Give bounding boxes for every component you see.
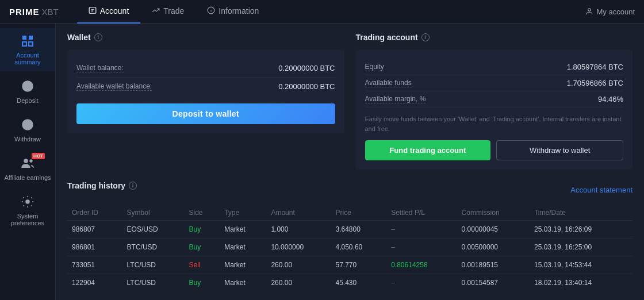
tab-information-label: Information: [218, 6, 259, 16]
tab-trade[interactable]: Trade: [140, 0, 195, 24]
tab-account-label: Account: [100, 6, 129, 16]
table-row: 122904LTC/USDBuyMarket260.0045.430–0.001…: [67, 274, 632, 292]
col-settled-pl: Settled P/L: [386, 205, 457, 221]
trading-history-section: Trading history i Account statement Orde…: [67, 181, 632, 291]
table-head: Order ID Symbol Side Type Amount Price S…: [67, 205, 632, 221]
deposit-icon: [21, 79, 34, 95]
withdraw-to-wallet-button[interactable]: Withdraw to wallet: [496, 140, 623, 160]
withdraw-icon: [21, 118, 34, 133]
svg-rect-9: [22, 42, 26, 46]
svg-point-18: [30, 160, 32, 162]
col-side: Side: [185, 205, 220, 221]
trading-account-section: Trading account i Equity 1.80597864 BTC …: [356, 33, 633, 170]
svg-rect-7: [22, 36, 26, 40]
tab-account[interactable]: Account: [77, 0, 141, 24]
tab-trade-label: Trade: [163, 6, 184, 16]
col-commission: Commission: [457, 205, 530, 221]
available-balance-label: Available wallet balance:: [76, 82, 152, 91]
svg-rect-0: [89, 7, 96, 13]
sidebar: Account summary Deposit Withdraw Affilia…: [0, 24, 56, 300]
available-funds-row: Available funds 1.70596866 BTC: [365, 75, 624, 91]
logo: PRIME XBT: [9, 7, 59, 17]
svg-point-17: [24, 159, 28, 163]
available-margin-value: 94.46%: [598, 95, 623, 103]
wallet-section: Wallet i Wallet balance: 0.20000000 BTC …: [67, 33, 344, 170]
svg-rect-10: [29, 42, 33, 46]
table-body: 986807EOS/USDBuyMarket1.0003.64800–0.000…: [67, 221, 632, 292]
history-info-icon[interactable]: i: [129, 182, 137, 190]
account-tab-icon: [89, 6, 97, 16]
sidebar-item-system-preferences[interactable]: System preferences: [0, 189, 55, 232]
info-tab-icon: [207, 6, 215, 16]
available-margin-row: Available margin, % 94.46%: [365, 91, 624, 107]
wallet-balance-label: Wallet balance:: [76, 64, 124, 72]
available-funds-value: 1.70596866 BTC: [567, 79, 623, 87]
nav-tabs: Account Trade Information: [77, 0, 585, 24]
history-header: Trading history i Account statement: [67, 181, 632, 198]
col-order-id: Order ID: [67, 205, 122, 221]
transfer-note: Easily move funds between your 'Wallet' …: [365, 114, 624, 133]
my-account-label: My account: [597, 7, 635, 16]
sidebar-item-affiliate-earnings[interactable]: Affiliate earnings: [0, 151, 55, 187]
svg-point-16: [25, 122, 30, 128]
equity-label: Equity: [365, 63, 384, 71]
sidebar-item-wrap-affiliate: Affiliate earnings HOT: [0, 151, 55, 187]
col-symbol: Symbol: [122, 205, 185, 221]
svg-point-6: [588, 9, 591, 11]
available-balance-row: Available wallet balance: 0.20000000 BTC: [76, 78, 335, 95]
available-margin-label: Available margin, %: [365, 95, 426, 103]
sidebar-item-label: Account summary: [2, 52, 53, 66]
sidebar-item-deposit[interactable]: Deposit: [0, 74, 55, 110]
trading-account-info-icon[interactable]: i: [421, 33, 430, 41]
available-balance-value: 0.20000000 BTC: [278, 82, 335, 91]
main-content: Wallet i Wallet balance: 0.20000000 BTC …: [56, 24, 644, 300]
sidebar-item-withdraw[interactable]: Withdraw: [0, 112, 55, 148]
fund-trading-account-button[interactable]: Fund trading account: [365, 140, 491, 160]
trade-tab-icon: [152, 6, 160, 16]
table-row: 986801BTC/USDBuyMarket10.0000004,050.60–…: [67, 239, 632, 256]
nav-right[interactable]: My account: [585, 7, 635, 16]
settings-icon: [21, 195, 34, 210]
top-nav: PRIME XBT Account Trade Information My a…: [0, 0, 644, 24]
table-row: 733051LTC/USDSellMarket260.0057.7700.806…: [67, 256, 632, 274]
sidebar-item-label: Deposit: [17, 97, 38, 104]
sidebar-item-label: System preferences: [2, 213, 53, 226]
top-section: Wallet i Wallet balance: 0.20000000 BTC …: [67, 33, 632, 170]
wallet-balance-row: Wallet balance: 0.20000000 BTC: [76, 59, 335, 78]
svg-point-12: [25, 83, 30, 89]
table-row: 986807EOS/USDBuyMarket1.0003.64800–0.000…: [67, 221, 632, 239]
col-type: Type: [220, 205, 266, 221]
trading-account-title: Trading account i: [356, 33, 633, 42]
tab-information[interactable]: Information: [195, 0, 270, 24]
col-time-date: Time/Date: [530, 205, 632, 221]
trading-buttons: Fund trading account Withdraw to wallet: [365, 140, 624, 160]
account-summary-icon: [21, 34, 34, 49]
trading-history-table: Order ID Symbol Side Type Amount Price S…: [67, 205, 632, 291]
wallet-card: Wallet balance: 0.20000000 BTC Available…: [67, 50, 344, 133]
sidebar-item-label: Affiliate earnings: [4, 174, 51, 181]
sidebar-item-account-summary[interactable]: Account summary: [0, 28, 55, 71]
sidebar-item-label: Withdraw: [14, 136, 41, 143]
deposit-to-wallet-button[interactable]: Deposit to wallet: [76, 103, 335, 124]
col-amount: Amount: [266, 205, 331, 221]
account-statement-link[interactable]: Account statement: [570, 186, 632, 194]
wallet-title: Wallet i: [67, 33, 344, 42]
svg-point-19: [26, 200, 29, 203]
available-funds-label: Available funds: [365, 79, 412, 87]
logo-prime: PRIME: [9, 7, 40, 17]
logo-xbt: XBT: [42, 7, 59, 17]
equity-row: Equity 1.80597864 BTC: [365, 59, 624, 75]
trading-account-card: Equity 1.80597864 BTC Available funds 1.…: [356, 50, 633, 170]
hot-badge: HOT: [32, 153, 45, 159]
main-layout: Account summary Deposit Withdraw Affilia…: [0, 24, 644, 300]
user-icon: [585, 7, 593, 16]
wallet-balance-value: 0.20000000 BTC: [278, 64, 335, 72]
svg-rect-8: [29, 36, 33, 40]
history-title: Trading history i: [67, 181, 137, 190]
wallet-info-icon[interactable]: i: [94, 33, 102, 41]
col-price: Price: [331, 205, 387, 221]
equity-value: 1.80597864 BTC: [567, 63, 623, 71]
